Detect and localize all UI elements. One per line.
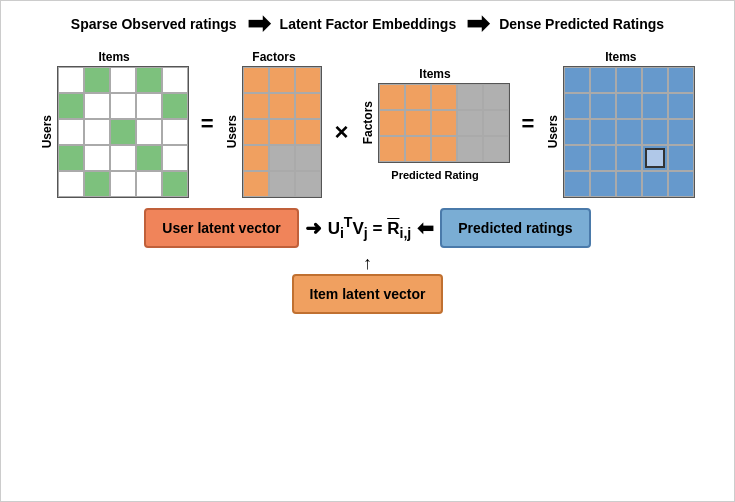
user-vector-label: User latent vector <box>162 220 280 236</box>
cell <box>564 119 590 145</box>
cell <box>642 171 668 197</box>
predicted-matrix-wrapper: Items Users <box>546 50 695 198</box>
formula-box: UiTVj = Ri,j <box>328 214 412 241</box>
cell <box>110 119 136 145</box>
cell <box>668 67 694 93</box>
cell <box>243 119 269 145</box>
cell <box>590 171 616 197</box>
cell <box>58 145 84 171</box>
item-factor-side-label: Factors <box>361 101 375 144</box>
cell <box>110 67 136 93</box>
cell <box>405 84 431 110</box>
cell <box>162 145 188 171</box>
cell <box>431 136 457 162</box>
cell <box>642 93 668 119</box>
cell <box>431 110 457 136</box>
cell <box>84 119 110 145</box>
main-container: Sparse Observed ratings ➡ Latent Factor … <box>0 0 735 502</box>
predicted-rating-single-label: Predicted Rating <box>391 169 478 181</box>
cell <box>136 67 162 93</box>
sparse-matrix-wrapper: Items Users <box>40 50 189 198</box>
arrow-to-formula-left: ➜ <box>305 216 322 240</box>
latent-label: Latent Factor Embeddings <box>280 16 457 32</box>
item-factor-wrapper: Items Factors <box>361 67 510 181</box>
cell <box>590 145 616 171</box>
arrow2-icon: ➡ <box>466 7 489 40</box>
cell <box>590 93 616 119</box>
cell <box>84 171 110 197</box>
dense-label: Dense Predicted Ratings <box>499 16 664 32</box>
equals1: = <box>201 111 214 137</box>
cell <box>483 110 509 136</box>
cell <box>616 93 642 119</box>
up-arrow-icon: ↑ <box>363 254 372 272</box>
cell <box>243 67 269 93</box>
cell <box>243 171 269 197</box>
predicted-ratings-label: Predicted ratings <box>458 220 572 236</box>
cell <box>269 119 295 145</box>
cell <box>379 84 405 110</box>
cell <box>590 67 616 93</box>
cell <box>483 136 509 162</box>
header-row: Sparse Observed ratings ➡ Latent Factor … <box>1 1 734 46</box>
cell <box>110 93 136 119</box>
item-vector-box: Item latent vector <box>292 274 444 314</box>
user-factor-matrix-with-side: Users <box>225 66 322 198</box>
cell <box>269 171 295 197</box>
user-factor-side-label: Users <box>225 115 239 148</box>
cell <box>457 84 483 110</box>
cell <box>457 110 483 136</box>
item-vector-label: Item latent vector <box>310 286 426 302</box>
predicted-side-label: Users <box>546 115 560 148</box>
cell <box>379 110 405 136</box>
item-vector-row: ↑ Item latent vector <box>1 254 734 314</box>
cell <box>269 67 295 93</box>
cell <box>405 136 431 162</box>
cell <box>642 67 668 93</box>
bottom-section: User latent vector ➜ UiTVj = Ri,j ⬅ Pred… <box>1 208 734 314</box>
cell <box>136 171 162 197</box>
predicted-matrix-with-side: Users <box>546 66 695 198</box>
cell <box>616 145 642 171</box>
user-factor-top-label: Factors <box>252 50 295 64</box>
cell <box>590 119 616 145</box>
item-factor-top-label: Items <box>419 67 450 81</box>
cell <box>642 119 668 145</box>
cell <box>162 93 188 119</box>
cell <box>616 119 642 145</box>
user-factor-grid <box>242 66 322 198</box>
cell <box>616 171 642 197</box>
sparse-top-label: Items <box>98 50 129 64</box>
cell <box>295 171 321 197</box>
cell <box>162 67 188 93</box>
cell <box>295 145 321 171</box>
cell <box>564 171 590 197</box>
cell <box>58 67 84 93</box>
arrow1-icon: ➡ <box>247 7 270 40</box>
cell <box>243 145 269 171</box>
multiply-sign: × <box>334 118 348 146</box>
cell <box>295 67 321 93</box>
cell <box>84 145 110 171</box>
cell <box>110 145 136 171</box>
cell <box>162 171 188 197</box>
diagram-row: Items Users <box>1 50 734 198</box>
predicted-top-label: Items <box>605 50 636 64</box>
cell <box>162 119 188 145</box>
cell <box>457 136 483 162</box>
cell <box>84 67 110 93</box>
cell <box>379 136 405 162</box>
cell <box>243 93 269 119</box>
cell <box>136 145 162 171</box>
cell <box>668 145 694 171</box>
cell <box>564 93 590 119</box>
cell <box>668 119 694 145</box>
cell <box>431 84 457 110</box>
cell <box>616 67 642 93</box>
cell <box>483 84 509 110</box>
cell <box>136 119 162 145</box>
predicted-grid <box>563 66 695 198</box>
item-factor-matrix-with-side: Factors <box>361 83 510 163</box>
equals2: = <box>522 111 535 137</box>
user-vector-box: User latent vector <box>144 208 298 248</box>
